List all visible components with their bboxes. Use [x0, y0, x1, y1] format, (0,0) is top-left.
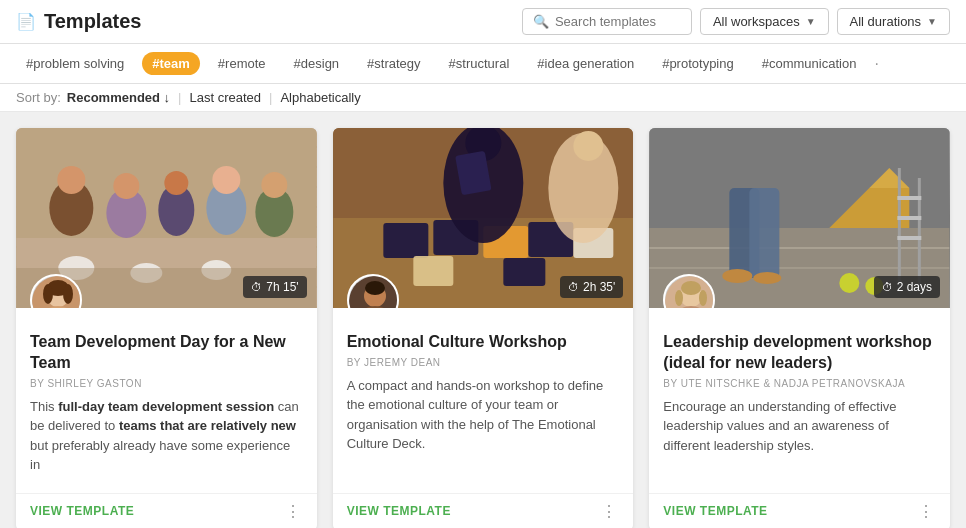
svg-rect-29	[413, 256, 453, 286]
svg-point-46	[723, 269, 753, 283]
header-left: 📄 Templates	[16, 10, 141, 33]
clock-icon-2: ⏱	[568, 281, 579, 293]
workspaces-dropdown[interactable]: All workspaces ▼	[700, 8, 829, 35]
sort-separator: |	[178, 90, 181, 105]
card-description-3: Encourage an understanding of effective …	[663, 397, 936, 475]
duration-value-2: 2h 35'	[583, 280, 615, 294]
card-leadership: ⏱ 2 days Leadership development workshop…	[649, 128, 950, 528]
duration-badge: ⏱ 7h 15'	[243, 276, 306, 298]
svg-point-11	[261, 172, 287, 198]
card-image-leadership: ⏱ 2 days	[649, 128, 950, 308]
view-template-button[interactable]: VIEW TEMPLATE	[30, 504, 134, 518]
tag-communication[interactable]: #communication	[752, 52, 867, 75]
chevron-down-icon: ▼	[927, 16, 937, 27]
tag-idea-generation[interactable]: #idea generation	[527, 52, 644, 75]
search-box[interactable]: 🔍	[522, 8, 692, 35]
card-team-development: ⏱ 7h 15' Team Development Day for a New …	[16, 128, 317, 528]
tag-prototyping[interactable]: #prototyping	[652, 52, 744, 75]
card-body: Team Development Day for a New Team BY S…	[16, 308, 317, 485]
svg-point-50	[840, 273, 860, 293]
chevron-down-icon: ▼	[806, 16, 816, 27]
card-body-2: Emotional Culture Workshop BY JEREMY DEA…	[333, 308, 634, 485]
view-template-button-2[interactable]: VIEW TEMPLATE	[347, 504, 451, 518]
durations-label: All durations	[850, 14, 922, 29]
sort-recommended[interactable]: Recommended ↓	[67, 90, 170, 105]
duration-value: 7h 15'	[266, 280, 298, 294]
card-description: This full-day team development session c…	[30, 397, 303, 475]
svg-point-20	[43, 284, 53, 304]
more-options-button-2[interactable]: ⋮	[601, 502, 619, 521]
card-title-2: Emotional Culture Workshop	[347, 332, 620, 353]
tags-bar: #problem solving #team #remote #design #…	[0, 44, 966, 84]
svg-point-47	[754, 272, 782, 284]
card-author-2: BY JEREMY DEAN	[347, 357, 620, 368]
more-options-button[interactable]: ⋮	[285, 502, 303, 521]
durations-dropdown[interactable]: All durations ▼	[837, 8, 950, 35]
tag-team[interactable]: #team	[142, 52, 200, 75]
tag-remote[interactable]: #remote	[208, 52, 276, 75]
svg-rect-30	[503, 258, 545, 286]
card-image-emotional: ⏱ 2h 35'	[333, 128, 634, 308]
sort-alphabetically[interactable]: Alphabetically	[280, 90, 360, 105]
header: 📄 Templates 🔍 All workspaces ▼ All durat…	[0, 0, 966, 44]
svg-point-61	[675, 290, 683, 306]
tag-design[interactable]: #design	[284, 52, 350, 75]
cards-container: ⏱ 7h 15' Team Development Day for a New …	[0, 112, 966, 528]
card-footer-2: VIEW TEMPLATE ⋮	[333, 493, 634, 528]
svg-point-5	[113, 173, 139, 199]
svg-point-7	[164, 171, 188, 195]
svg-point-35	[573, 131, 603, 161]
svg-rect-45	[750, 188, 780, 278]
duration-value-3: 2 days	[897, 280, 932, 294]
duration-badge-3: ⏱ 2 days	[874, 276, 940, 298]
card-footer: VIEW TEMPLATE ⋮	[16, 493, 317, 528]
more-tags-button[interactable]: ·	[874, 55, 878, 73]
card-title-3: Leadership development workshop (ideal f…	[663, 332, 936, 374]
svg-point-39	[365, 281, 385, 295]
svg-point-62	[699, 290, 707, 306]
sort-bar: Sort by: Recommended ↓ | Last created | …	[0, 84, 966, 112]
svg-point-60	[681, 281, 701, 295]
card-body-3: Leadership development workshop (ideal f…	[649, 308, 950, 485]
sort-separator-2: |	[269, 90, 272, 105]
workspaces-label: All workspaces	[713, 14, 800, 29]
search-input[interactable]	[555, 14, 681, 29]
card-image-team: ⏱ 7h 15'	[16, 128, 317, 308]
header-right: 🔍 All workspaces ▼ All durations ▼	[522, 8, 950, 35]
card-footer-3: VIEW TEMPLATE ⋮	[649, 493, 950, 528]
card-description-2: A compact and hands-on workshop to defin…	[347, 376, 620, 475]
card-author: BY SHIRLEY GASTON	[30, 378, 303, 389]
sort-label: Sort by:	[16, 90, 61, 105]
card-emotional-culture: ⏱ 2h 35' Emotional Culture Workshop BY J…	[333, 128, 634, 528]
tag-structural[interactable]: #structural	[439, 52, 520, 75]
tag-strategy[interactable]: #strategy	[357, 52, 430, 75]
sort-last-created[interactable]: Last created	[190, 90, 262, 105]
more-options-button-3[interactable]: ⋮	[918, 502, 936, 521]
svg-point-9	[212, 166, 240, 194]
svg-point-3	[57, 166, 85, 194]
card-title: Team Development Day for a New Team	[30, 332, 303, 374]
search-icon: 🔍	[533, 14, 549, 29]
svg-rect-24	[383, 223, 428, 258]
view-template-button-3[interactable]: VIEW TEMPLATE	[663, 504, 767, 518]
card-author-3: BY UTE NITSCHKE & NADJA PETRANOVSKAJA	[663, 378, 936, 389]
page-title: Templates	[44, 10, 141, 33]
clock-icon: ⏱	[251, 281, 262, 293]
tag-problem-solving[interactable]: #problem solving	[16, 52, 134, 75]
document-icon: 📄	[16, 12, 36, 31]
duration-badge-2: ⏱ 2h 35'	[560, 276, 623, 298]
clock-icon-3: ⏱	[882, 281, 893, 293]
svg-point-21	[63, 284, 73, 304]
